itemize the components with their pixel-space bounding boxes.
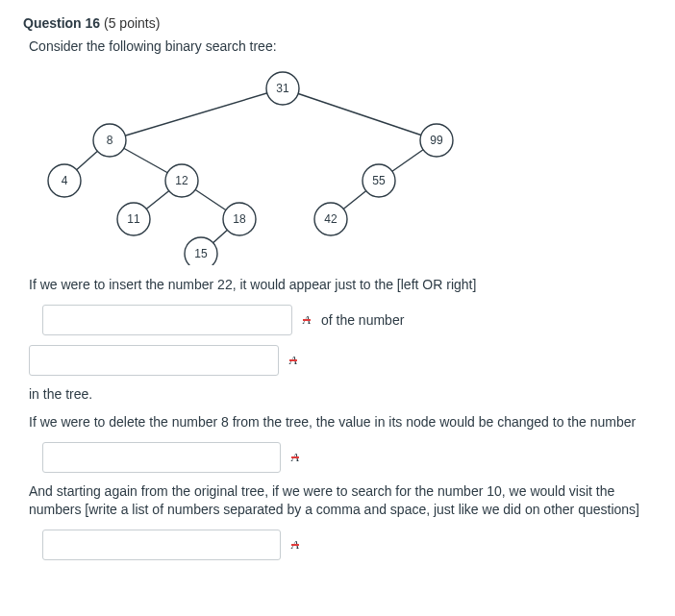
svg-line-0 <box>110 88 283 140</box>
svg-text:11: 11 <box>127 212 140 226</box>
question-header: Question 16 (5 points) <box>23 15 652 31</box>
tree-node: 42 <box>314 203 347 235</box>
spellcheck-icon[interactable]: A <box>288 537 302 553</box>
tree-node: 12 <box>165 164 198 197</box>
blank-3-delete-value[interactable] <box>42 442 281 473</box>
svg-text:55: 55 <box>372 174 386 187</box>
blank-2-number[interactable] <box>29 345 279 376</box>
spellcheck-icon[interactable]: A <box>300 312 313 328</box>
tree-node: 8 <box>93 124 126 157</box>
tree-node: 11 <box>117 203 150 235</box>
question-number: Question 16 <box>23 15 100 31</box>
svg-text:8: 8 <box>107 134 113 147</box>
spellcheck-icon[interactable]: A <box>287 353 300 368</box>
svg-text:15: 15 <box>194 247 208 260</box>
tree-node: 4 <box>48 164 81 197</box>
svg-text:12: 12 <box>175 174 188 187</box>
prompt-insert-after: of the number <box>321 312 404 328</box>
tree-node: 55 <box>362 164 395 197</box>
blank-1-left-or-right[interactable] <box>42 305 292 335</box>
tree-node: 18 <box>223 203 256 235</box>
prompt-search: And starting again from the original tre… <box>29 482 652 520</box>
blank-4-search-path[interactable] <box>42 530 281 560</box>
svg-text:31: 31 <box>276 82 289 95</box>
question-points: (5 points) <box>104 15 160 31</box>
tree-node: 15 <box>185 237 217 265</box>
tree-node: 99 <box>420 124 453 157</box>
binary-search-tree-diagram: 31 8 99 4 12 55 11 18 42 15 <box>23 63 652 268</box>
tree-node-root: 31 <box>266 72 299 105</box>
svg-text:4: 4 <box>62 174 68 187</box>
svg-line-1 <box>283 88 437 140</box>
spellcheck-icon[interactable]: A <box>288 450 302 465</box>
svg-text:42: 42 <box>324 212 338 226</box>
prompt-in-tree: in the tree. <box>29 385 652 405</box>
svg-text:18: 18 <box>233 212 246 226</box>
question-intro-text: Consider the following binary search tre… <box>29 38 652 54</box>
prompt-insert: If we were to insert the number 22, it w… <box>29 276 652 295</box>
svg-text:99: 99 <box>430 134 443 147</box>
prompt-delete: If we were to delete the number 8 from t… <box>29 413 652 432</box>
